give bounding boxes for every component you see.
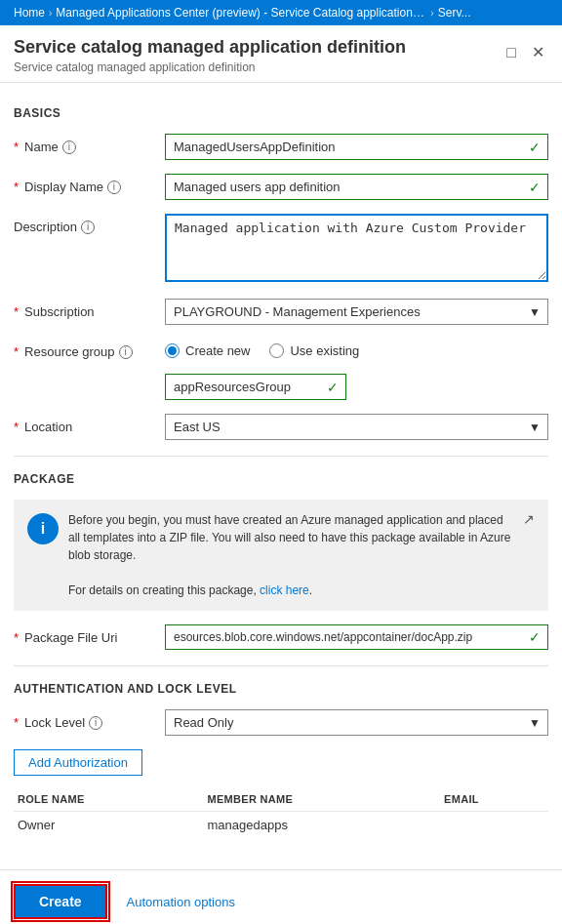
resource-group-value-wrapper: ✓ bbox=[165, 374, 346, 400]
breadcrumb-managed-apps[interactable]: Managed Applications Center (preview) - … bbox=[56, 6, 426, 20]
display-name-control: ✓ bbox=[165, 174, 548, 200]
col-role-name: ROLE NAME bbox=[14, 787, 204, 812]
name-info-icon[interactable]: i bbox=[62, 141, 76, 154]
resource-group-radio-group: Create new Use existing bbox=[165, 339, 359, 358]
page-title: Service catalog managed application defi… bbox=[14, 37, 406, 58]
display-name-info-icon[interactable]: i bbox=[107, 181, 121, 194]
package-uri-required-star: * bbox=[14, 630, 19, 645]
add-authorization-button[interactable]: Add Authorization bbox=[14, 749, 142, 776]
location-control: East US ▼ bbox=[165, 414, 548, 440]
display-name-label: * Display Name i bbox=[14, 174, 165, 194]
auth-table-body: Owner managedapps bbox=[14, 812, 548, 839]
description-label: Description i bbox=[14, 214, 165, 234]
name-control: ✓ bbox=[165, 134, 548, 160]
display-name-required-star: * bbox=[14, 180, 19, 194]
package-info-text: Before you begin, you must have created … bbox=[68, 511, 513, 599]
subscription-select-wrapper: PLAYGROUND - Management Experiences ▼ bbox=[165, 299, 548, 325]
name-label: * Name i bbox=[14, 134, 165, 154]
display-name-check-icon: ✓ bbox=[529, 180, 541, 195]
basics-package-divider bbox=[14, 456, 548, 457]
lock-level-label: * Lock Level i bbox=[14, 709, 165, 730]
lock-level-select[interactable]: Read Only bbox=[165, 709, 548, 736]
row-role-name: Owner bbox=[14, 812, 204, 839]
page-header-left: Service catalog managed application defi… bbox=[14, 37, 406, 74]
auth-table-header-row: ROLE NAME MEMBER NAME EMAIL bbox=[14, 787, 548, 812]
description-info-icon[interactable]: i bbox=[81, 221, 95, 234]
authorization-table: ROLE NAME MEMBER NAME EMAIL Owner manage… bbox=[14, 787, 548, 838]
subscription-control: PLAYGROUND - Management Experiences ▼ bbox=[165, 299, 548, 325]
package-section-header: PACKAGE bbox=[14, 472, 548, 486]
display-name-field-row: * Display Name i ✓ bbox=[14, 174, 548, 200]
description-field-row: Description i Managed application with A… bbox=[14, 214, 548, 285]
lock-level-control: Read Only ▼ bbox=[165, 709, 548, 736]
automation-options-link[interactable]: Automation options bbox=[127, 895, 235, 909]
package-info-link[interactable]: click here bbox=[260, 583, 309, 597]
auth-table-header: ROLE NAME MEMBER NAME EMAIL bbox=[14, 787, 548, 812]
breadcrumb: Home › Managed Applications Center (prev… bbox=[0, 0, 562, 25]
lock-level-select-wrapper: Read Only ▼ bbox=[165, 709, 548, 736]
col-member-name: MEMBER NAME bbox=[204, 787, 441, 812]
package-info-box: i Before you begin, you must have create… bbox=[14, 500, 548, 611]
resource-group-check-icon: ✓ bbox=[327, 380, 339, 395]
package-uri-input-wrapper: ✓ bbox=[165, 624, 548, 650]
external-link-icon[interactable]: ↗ bbox=[523, 511, 535, 527]
subscription-label: * Subscription bbox=[14, 299, 165, 319]
lock-level-field-row: * Lock Level i Read Only ▼ bbox=[14, 709, 548, 736]
radio-use-existing-input[interactable] bbox=[269, 343, 284, 358]
page-subtitle: Service catalog managed application defi… bbox=[14, 60, 406, 74]
page-header: Service catalog managed application defi… bbox=[0, 25, 562, 83]
package-uri-field-row: * Package File Uri ✓ bbox=[14, 624, 548, 650]
subscription-select[interactable]: PLAYGROUND - Management Experiences bbox=[165, 299, 548, 325]
lock-level-required-star: * bbox=[14, 715, 19, 730]
description-input[interactable]: Managed application with Azure Custom Pr… bbox=[165, 214, 548, 282]
lock-level-info-icon[interactable]: i bbox=[89, 716, 102, 730]
package-uri-control: ✓ bbox=[165, 624, 548, 650]
main-content: BASICS * Name i ✓ * Display Name i ✓ bbox=[0, 83, 562, 869]
auth-section-header: AUTHENTICATION AND LOCK LEVEL bbox=[14, 682, 548, 696]
description-control: Managed application with Azure Custom Pr… bbox=[165, 214, 548, 285]
resource-group-input[interactable] bbox=[165, 374, 346, 400]
page-header-right: □ ✕ bbox=[502, 41, 548, 63]
name-field-row: * Name i ✓ bbox=[14, 134, 548, 160]
basics-section-header: BASICS bbox=[14, 106, 548, 120]
location-label: * Location bbox=[14, 414, 165, 434]
resource-group-label: * Resource group i bbox=[14, 339, 165, 359]
name-input[interactable] bbox=[165, 134, 548, 160]
package-uri-label: * Package File Uri bbox=[14, 624, 165, 645]
display-name-input-wrapper: ✓ bbox=[165, 174, 548, 200]
resource-group-required-star: * bbox=[14, 344, 19, 359]
window-icon-button[interactable]: □ bbox=[502, 42, 520, 63]
location-field-row: * Location East US ▼ bbox=[14, 414, 548, 440]
resource-group-input-wrapper: ✓ bbox=[165, 374, 346, 400]
package-uri-check-icon: ✓ bbox=[529, 629, 541, 645]
location-required-star: * bbox=[14, 420, 19, 434]
package-uri-input[interactable] bbox=[165, 624, 548, 650]
resource-group-top: * Resource group i Create new Use existi… bbox=[14, 339, 359, 368]
location-select-wrapper: East US ▼ bbox=[165, 414, 548, 440]
table-row: Owner managedapps bbox=[14, 812, 548, 839]
name-required-star: * bbox=[14, 140, 19, 154]
close-button[interactable]: ✕ bbox=[528, 41, 548, 63]
row-member-name: managedapps bbox=[204, 812, 441, 839]
breadcrumb-chevron-1: › bbox=[49, 8, 52, 19]
footer: Create Automation options bbox=[0, 869, 562, 924]
info-circle-icon: i bbox=[27, 513, 59, 544]
breadcrumb-serv[interactable]: Serv... bbox=[438, 6, 471, 20]
resource-group-info-icon[interactable]: i bbox=[119, 345, 133, 359]
radio-use-existing[interactable]: Use existing bbox=[269, 343, 359, 358]
col-email: EMAIL bbox=[440, 787, 548, 812]
radio-create-new[interactable]: Create new bbox=[165, 343, 250, 358]
location-select[interactable]: East US bbox=[165, 414, 548, 440]
resource-group-radio-control: Create new Use existing bbox=[165, 339, 359, 368]
name-input-wrapper: ✓ bbox=[165, 134, 548, 160]
package-auth-divider bbox=[14, 665, 548, 666]
breadcrumb-chevron-2: › bbox=[430, 8, 433, 19]
display-name-input[interactable] bbox=[165, 174, 548, 200]
name-check-icon: ✓ bbox=[529, 140, 541, 155]
subscription-field-row: * Subscription PLAYGROUND - Management E… bbox=[14, 299, 548, 325]
row-email bbox=[440, 812, 548, 839]
radio-create-new-input[interactable] bbox=[165, 343, 180, 358]
create-button[interactable]: Create bbox=[14, 884, 107, 919]
breadcrumb-home[interactable]: Home bbox=[14, 6, 45, 20]
resource-group-field-row: * Resource group i Create new Use existi… bbox=[14, 339, 548, 400]
